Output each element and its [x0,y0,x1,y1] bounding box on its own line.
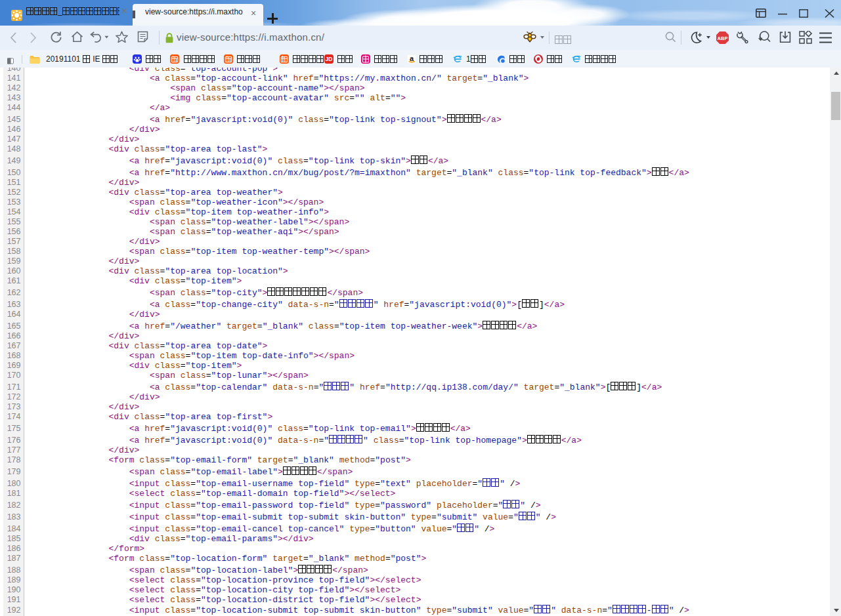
svg-text:JD: JD [326,56,333,62]
svg-text:ABP: ABP [718,35,728,41]
svg-text:a: a [410,54,414,62]
